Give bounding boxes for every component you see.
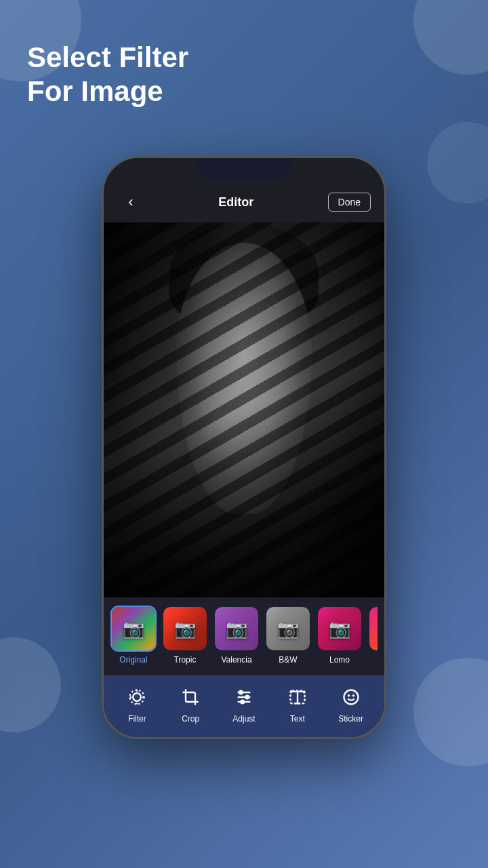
filter-item-valencia[interactable]: 📷Valencia: [214, 606, 260, 665]
toolbar-item-sticker[interactable]: Sticker: [324, 684, 378, 724]
filter-thumb-bw: 📷: [265, 606, 311, 652]
toolbar-item-text[interactable]: Text: [270, 684, 324, 724]
filter-thumb-inner-bw: 📷: [266, 607, 310, 650]
filter-thumb-inner-auto: 📷: [369, 607, 378, 650]
phone-side-button: [385, 294, 386, 341]
filter-thumb-inner-lomo: 📷: [318, 607, 361, 650]
phone-notch: [197, 158, 291, 180]
filter-label-original: Original: [119, 655, 147, 665]
phone-frame: ‹ Editor Done 📷Original📷Tropic📷Valencia📷…: [102, 156, 386, 739]
headline: Select Filter For Image: [27, 41, 188, 109]
headline-line1: Select Filter: [27, 41, 188, 75]
svg-point-9: [344, 690, 358, 705]
toolbar-label-text: Text: [290, 714, 305, 724]
photo-stripe-shadow: [104, 222, 384, 597]
svg-point-1: [130, 690, 144, 705]
toolbar-label-crop: Crop: [182, 714, 199, 724]
svg-point-5: [239, 691, 243, 694]
svg-point-6: [245, 696, 249, 699]
filter-item-original[interactable]: 📷Original: [110, 606, 157, 665]
photo-background: [104, 222, 384, 597]
filter-thumb-inner-valencia: 📷: [215, 607, 258, 650]
bottom-toolbar: FilterCropAdjustTextSticker: [104, 675, 384, 737]
main-image-area: [104, 222, 384, 597]
bg-decor-circle-3: [0, 637, 61, 732]
text-icon: [284, 684, 311, 711]
filter-item-lomo[interactable]: 📷Lomo: [317, 606, 363, 665]
toolbar-item-adjust[interactable]: Adjust: [218, 684, 271, 724]
filter-item-auto[interactable]: 📷Au…: [368, 606, 378, 665]
crop-icon: [177, 684, 204, 711]
editor-title: Editor: [218, 195, 253, 210]
bg-decor-circle-5: [427, 122, 488, 203]
svg-point-7: [241, 701, 244, 704]
filter-icon: [123, 684, 150, 711]
camera-icon: 📷: [123, 618, 144, 639]
toolbar-label-sticker: Sticker: [338, 714, 363, 724]
toolbar-label-adjust: Adjust: [232, 714, 255, 724]
bg-decor-circle-4: [413, 658, 488, 766]
filter-thumb-auto: 📷: [368, 606, 378, 652]
filter-list: 📷Original📷Tropic📷Valencia📷B&W📷Lomo📷Au…: [110, 606, 378, 667]
done-button[interactable]: Done: [328, 193, 371, 212]
filter-thumb-tropic: 📷: [162, 606, 208, 652]
filter-thumb-lomo: 📷: [317, 606, 363, 652]
toolbar-item-crop[interactable]: Crop: [164, 684, 218, 724]
filter-strip: 📷Original📷Tropic📷Valencia📷B&W📷Lomo📷Au…: [104, 597, 384, 675]
adjust-icon: [230, 684, 258, 711]
filter-label-lomo: Lomo: [329, 655, 350, 665]
filter-label-valencia: Valencia: [221, 655, 251, 665]
filter-item-tropic[interactable]: 📷Tropic: [162, 606, 208, 665]
sticker-icon: [338, 684, 365, 711]
back-button[interactable]: ‹: [117, 189, 144, 216]
filter-item-bw[interactable]: 📷B&W: [265, 606, 311, 665]
camera-icon: 📷: [174, 618, 196, 639]
toolbar-item-filter[interactable]: Filter: [110, 684, 164, 724]
camera-icon: 📷: [329, 618, 350, 639]
filter-label-bw: B&W: [279, 655, 297, 665]
bg-decor-circle-2: [413, 0, 488, 75]
filter-thumb-valencia: 📷: [214, 606, 260, 652]
svg-point-0: [134, 693, 142, 701]
filter-label-tropic: Tropic: [174, 655, 197, 665]
filter-thumb-inner-original: 📷: [112, 607, 155, 650]
filter-thumb-original: 📷: [110, 606, 157, 652]
camera-icon: 📷: [226, 618, 247, 639]
toolbar-label-filter: Filter: [128, 714, 146, 724]
camera-icon: 📷: [277, 618, 299, 639]
filter-thumb-inner-tropic: 📷: [163, 607, 207, 650]
headline-line2: For Image: [27, 75, 188, 108]
phone-screen: ‹ Editor Done 📷Original📷Tropic📷Valencia📷…: [104, 158, 384, 737]
